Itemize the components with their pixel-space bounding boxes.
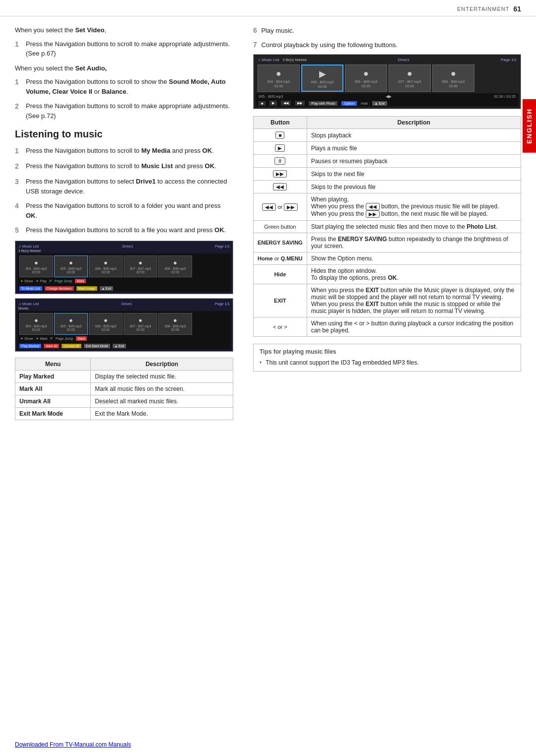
tips-item: • This unit cannot support the ID3 Tag e… bbox=[260, 358, 515, 367]
page-header: ENTERTAINMENT 61 bbox=[0, 0, 536, 16]
section-title: Listening to music bbox=[15, 128, 233, 140]
menu-col-header: Menu bbox=[15, 358, 91, 371]
list-item: 1 Press the Navigation buttons to scroll… bbox=[15, 39, 233, 59]
button-description-table: Button Description ■ Stops playback ▶ Pl… bbox=[253, 116, 521, 337]
table-row: Exit Mark Mode Exit the Mark Mode. bbox=[15, 408, 233, 420]
table-row: ⏸ Pauses or resumes playback bbox=[254, 155, 521, 168]
table-row: Green button Start playing the selected … bbox=[254, 221, 521, 233]
player-screenshot: ♫ Music List 3 file(s) Marked Drive1 Pag… bbox=[253, 54, 521, 109]
list-item: 3 Press the Navigation buttons to select… bbox=[15, 177, 233, 196]
table-row: ENERGY SAVING Press the ENERGY SAVING bu… bbox=[254, 233, 521, 252]
table-row: < or > When using the < or > button duri… bbox=[254, 317, 521, 337]
english-tab: ENGLISH bbox=[523, 99, 536, 153]
table-row: Mark All Mark all music files on the scr… bbox=[15, 383, 233, 395]
set-video-steps: 1 Press the Navigation buttons to scroll… bbox=[15, 39, 233, 59]
tips-title: Tips for playing music files bbox=[260, 348, 515, 355]
step-text: Press the Navigation buttons to scroll t… bbox=[26, 101, 233, 121]
right-column: 6 Play music. 7 Control playback by usin… bbox=[248, 25, 521, 426]
table-row: Play Marked Display the selected music f… bbox=[15, 371, 233, 383]
step-6: 6 Play music. bbox=[253, 25, 521, 36]
list-item: 5 Press the Navigation buttons to scroll… bbox=[15, 225, 233, 236]
step-text: Press the Navigation buttons to scroll t… bbox=[26, 39, 233, 59]
page-container: ENTERTAINMENT 61 ENGLISH When you select… bbox=[0, 0, 536, 756]
set-audio-steps: 1 Press the Navigation buttons to scroll… bbox=[15, 77, 233, 121]
set-video-intro: When you select the Set Video, bbox=[15, 25, 233, 35]
table-row: ■ Stops playback bbox=[254, 129, 521, 142]
tips-box: Tips for playing music files • This unit… bbox=[253, 344, 521, 372]
set-audio-intro: When you select the Set Audio, bbox=[15, 63, 233, 73]
table-row: ▶ Plays a music file bbox=[254, 142, 521, 155]
list-item: 2 Press the Navigation buttons to scroll… bbox=[15, 161, 233, 172]
table-row: Hide Hides the option window.To display … bbox=[254, 265, 521, 284]
table-row: ◀◀ Skips to the previous file bbox=[254, 181, 521, 193]
table-row: ◀◀ or ▶▶ When playing,When you press the… bbox=[254, 193, 521, 221]
screenshot-musiclist-2: ♫ Music ListMovies Drive1 Page 1/1 ● 004… bbox=[15, 298, 233, 352]
desc-col-header: Description bbox=[307, 117, 521, 129]
btn-col-header: Button bbox=[254, 117, 307, 129]
listening-steps: 1 Press the Navigation buttons to scroll… bbox=[15, 146, 233, 236]
table-row: ▶▶ Skips to the next file bbox=[254, 168, 521, 181]
desc-col-header: Description bbox=[91, 358, 233, 371]
table-row: Unmark All Deselect all marked music fil… bbox=[15, 395, 233, 408]
list-item: 1 Press the Navigation buttons to scroll… bbox=[15, 77, 233, 96]
section-label: ENTERTAINMENT bbox=[457, 6, 510, 12]
menu-table: Menu Description Play Marked Display the… bbox=[15, 358, 233, 420]
table-row: Home or Q.MENU Show the Option menu. bbox=[254, 252, 521, 265]
footer-link[interactable]: Downloaded From TV-Manual.com Manuals bbox=[15, 741, 131, 748]
list-item: 2 Press the Navigation buttons to scroll… bbox=[15, 101, 233, 121]
list-item: 4 Press the Navigation buttons to scroll… bbox=[15, 201, 233, 220]
table-row: EXIT When you press the EXIT button whil… bbox=[254, 284, 521, 317]
left-column: When you select the Set Video, 1 Press t… bbox=[15, 25, 248, 426]
page-number: 61 bbox=[513, 5, 521, 13]
step-7: 7 Control playback by using the followin… bbox=[253, 40, 521, 50]
screenshot-musiclist-1: ♫ Music List3 file(s) Marked Drive1 Page… bbox=[15, 241, 233, 294]
main-content: When you select the Set Video, 1 Press t… bbox=[0, 16, 536, 441]
list-item: 1 Press the Navigation buttons to scroll… bbox=[15, 146, 233, 156]
